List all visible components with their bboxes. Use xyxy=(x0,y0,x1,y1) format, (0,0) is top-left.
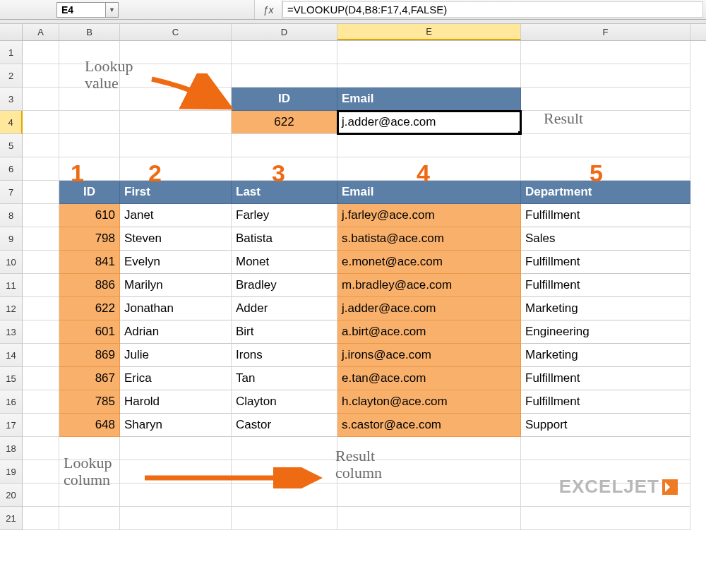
table-cell-email[interactable]: s.castor@ace.com xyxy=(337,414,521,437)
cell[interactable] xyxy=(232,437,337,460)
cell[interactable] xyxy=(337,41,521,64)
table-cell-id[interactable]: 622 xyxy=(59,297,120,320)
col-header-B[interactable]: B xyxy=(59,24,120,40)
table-cell-first[interactable]: Sharyn xyxy=(120,414,232,437)
table-cell-email[interactable]: m.bradley@ace.com xyxy=(337,274,521,297)
row-header[interactable]: 19 xyxy=(0,460,23,484)
cell[interactable] xyxy=(120,41,232,64)
cell[interactable] xyxy=(59,134,120,157)
table-cell-id[interactable]: 601 xyxy=(59,320,120,344)
table-cell-id[interactable]: 798 xyxy=(59,227,120,251)
cell[interactable] xyxy=(521,437,690,460)
cell[interactable] xyxy=(120,134,232,157)
table-cell-dept[interactable]: Fulfillment xyxy=(521,204,690,227)
cell[interactable] xyxy=(23,460,59,484)
col-header-C[interactable]: C xyxy=(120,24,232,40)
cell[interactable] xyxy=(23,227,59,251)
row-header[interactable]: 21 xyxy=(0,507,23,530)
table-cell-id[interactable]: 785 xyxy=(59,390,120,414)
table-cell-last[interactable]: Bradley xyxy=(232,274,337,297)
cell[interactable] xyxy=(23,134,59,157)
table-cell-email[interactable]: e.tan@ace.com xyxy=(337,367,521,390)
table-cell-first[interactable]: Janet xyxy=(120,204,232,227)
cell[interactable] xyxy=(59,157,120,181)
cell[interactable] xyxy=(120,111,232,134)
cell[interactable] xyxy=(59,41,120,64)
cell[interactable] xyxy=(59,484,120,507)
cell[interactable] xyxy=(337,460,521,484)
row-header[interactable]: 18 xyxy=(0,437,23,460)
row-header[interactable]: 4 xyxy=(0,111,23,134)
cell[interactable] xyxy=(521,88,690,111)
table-cell-dept[interactable]: Sales xyxy=(521,227,690,251)
cell[interactable] xyxy=(521,134,690,157)
table-cell-last[interactable]: Irons xyxy=(232,344,337,367)
table-cell-last[interactable]: Adder xyxy=(232,297,337,320)
cell[interactable] xyxy=(23,111,59,134)
cell[interactable] xyxy=(23,437,59,460)
cell[interactable] xyxy=(337,507,521,530)
table-header-first[interactable]: First xyxy=(120,181,232,204)
cell[interactable] xyxy=(521,64,690,88)
table-cell-email[interactable]: a.birt@ace.com xyxy=(337,320,521,344)
table-cell-dept[interactable]: Marketing xyxy=(521,297,690,320)
cell[interactable] xyxy=(232,157,337,181)
cell[interactable] xyxy=(23,367,59,390)
table-cell-first[interactable]: Jonathan xyxy=(120,297,232,320)
cell[interactable] xyxy=(232,64,337,88)
cell[interactable] xyxy=(23,88,59,111)
cell[interactable] xyxy=(59,460,120,484)
table-cell-email[interactable]: h.clayton@ace.com xyxy=(337,390,521,414)
table-cell-dept[interactable]: Engineering xyxy=(521,320,690,344)
col-header-D[interactable]: D xyxy=(232,24,337,40)
fx-icon[interactable]: ƒx xyxy=(254,0,282,19)
col-header-E[interactable]: E xyxy=(337,24,521,40)
row-header[interactable]: 10 xyxy=(0,251,23,274)
table-cell-last[interactable]: Monet xyxy=(232,251,337,274)
table-header-dept[interactable]: Department xyxy=(521,181,690,204)
table-cell-id[interactable]: 841 xyxy=(59,251,120,274)
cell[interactable] xyxy=(23,414,59,437)
cell[interactable] xyxy=(59,111,120,134)
cell[interactable] xyxy=(232,507,337,530)
cell[interactable] xyxy=(120,157,232,181)
row-header[interactable]: 14 xyxy=(0,344,23,367)
cell[interactable] xyxy=(23,297,59,320)
table-cell-id[interactable]: 886 xyxy=(59,274,120,297)
table-cell-last[interactable]: Birt xyxy=(232,320,337,344)
row-header[interactable]: 15 xyxy=(0,367,23,390)
cell[interactable] xyxy=(521,157,690,181)
cell[interactable] xyxy=(120,88,232,111)
table-cell-last[interactable]: Castor xyxy=(232,414,337,437)
table-cell-dept[interactable]: Fulfillment xyxy=(521,274,690,297)
cell[interactable] xyxy=(337,157,521,181)
table-cell-dept[interactable]: Fulfillment xyxy=(521,367,690,390)
table-cell-id[interactable]: 648 xyxy=(59,414,120,437)
cell[interactable] xyxy=(232,134,337,157)
table-cell-dept[interactable]: Fulfillment xyxy=(521,251,690,274)
cell[interactable] xyxy=(232,460,337,484)
cell[interactable] xyxy=(23,181,59,204)
col-header-A[interactable]: A xyxy=(23,24,59,40)
table-header-email[interactable]: Email xyxy=(337,181,521,204)
table-cell-email[interactable]: s.batista@ace.com xyxy=(337,227,521,251)
lookup-email-result[interactable]: j.adder@ace.com xyxy=(337,111,521,134)
cell[interactable] xyxy=(23,320,59,344)
table-cell-id[interactable]: 869 xyxy=(59,344,120,367)
cell[interactable] xyxy=(23,390,59,414)
row-header[interactable]: 3 xyxy=(0,88,23,111)
table-cell-dept[interactable]: Support xyxy=(521,414,690,437)
table-cell-first[interactable]: Evelyn xyxy=(120,251,232,274)
table-header-id[interactable]: ID xyxy=(59,181,120,204)
cell[interactable] xyxy=(521,460,690,484)
table-cell-last[interactable]: Tan xyxy=(232,367,337,390)
table-cell-last[interactable]: Farley xyxy=(232,204,337,227)
cell[interactable] xyxy=(23,41,59,64)
cell[interactable] xyxy=(59,64,120,88)
row-header[interactable]: 9 xyxy=(0,227,23,251)
table-cell-last[interactable]: Clayton xyxy=(232,390,337,414)
cell[interactable] xyxy=(337,64,521,88)
cell[interactable] xyxy=(337,134,521,157)
table-header-last[interactable]: Last xyxy=(232,181,337,204)
lookup-header-email[interactable]: Email xyxy=(337,88,521,111)
